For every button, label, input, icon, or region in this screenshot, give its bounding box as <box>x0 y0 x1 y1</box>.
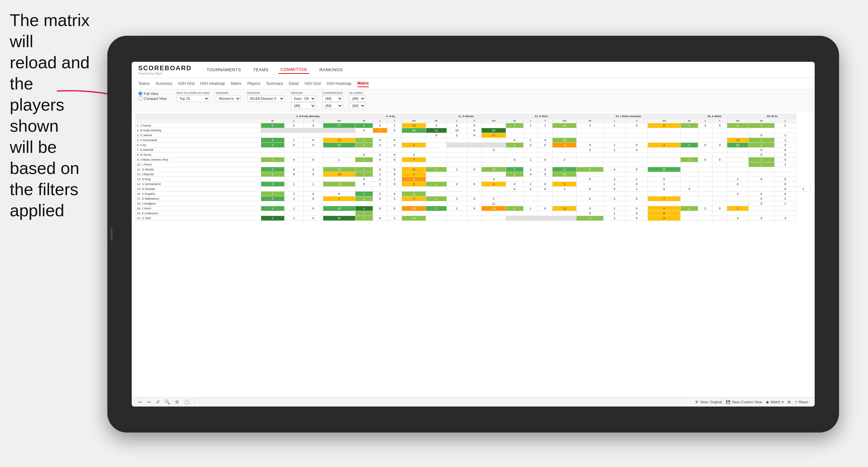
matrix-cell[interactable] <box>426 157 446 162</box>
matrix-cell[interactable] <box>553 162 577 167</box>
matrix-cell[interactable] <box>603 162 626 167</box>
matrix-cell[interactable] <box>467 138 482 143</box>
matrix-cell[interactable]: 0 <box>388 191 402 196</box>
matrix-cell[interactable]: 0 <box>304 143 323 148</box>
matrix-cell[interactable]: 0 <box>713 123 727 128</box>
matrix-cell[interactable] <box>680 148 698 153</box>
matrix-cell[interactable]: 0 <box>626 148 648 153</box>
matrix-cell[interactable] <box>446 162 467 167</box>
matrix-cell[interactable]: 1 <box>523 157 538 162</box>
matrix-cell[interactable] <box>304 153 323 157</box>
matrix-cell[interactable]: 1 <box>426 167 446 172</box>
matrix-cell[interactable]: 0 <box>388 153 402 157</box>
matrix-cell[interactable] <box>626 157 648 162</box>
matrix-cell[interactable] <box>323 211 355 216</box>
matrix-cell[interactable]: 17 <box>553 167 577 172</box>
matrix-cell[interactable]: 1 <box>796 187 811 191</box>
matrix-cell[interactable]: -12 <box>553 206 577 211</box>
matrix-cell[interactable]: 3 <box>355 123 373 128</box>
matrix-cell[interactable]: 0 <box>304 216 323 221</box>
matrix-cell[interactable]: 0 <box>304 191 323 196</box>
matrix-cell[interactable]: 1 <box>261 157 284 162</box>
matrix-cell[interactable]: 1 <box>506 123 523 128</box>
matrix-cell[interactable] <box>482 143 506 148</box>
matrix-cell[interactable] <box>727 172 749 177</box>
matrix-cell[interactable] <box>698 196 713 201</box>
matrix-cell[interactable] <box>446 201 467 206</box>
matrix-cell[interactable]: 0 <box>373 157 388 162</box>
matrix-cell[interactable] <box>626 138 648 143</box>
full-view-radio[interactable]: Full View <box>138 91 167 96</box>
matrix-cell[interactable]: 1 <box>284 123 303 128</box>
matrix-cell[interactable]: 10 <box>553 123 577 128</box>
matrix-cell[interactable] <box>698 148 713 153</box>
matrix-cell[interactable]: 50 <box>482 128 506 133</box>
matrix-cell[interactable]: 0 <box>388 143 402 148</box>
matrix-cell[interactable] <box>727 133 749 138</box>
matrix-cell[interactable] <box>482 211 506 216</box>
matrix-cell[interactable]: 0 <box>388 182 402 187</box>
matrix-cell[interactable]: 1 <box>603 211 626 216</box>
matrix-cell[interactable]: 0 <box>774 177 796 182</box>
matrix-cell[interactable] <box>698 216 713 221</box>
matrix-cell[interactable] <box>426 153 446 157</box>
matrix-cell[interactable]: 3 <box>774 216 796 221</box>
matrix-cell[interactable]: 0 <box>506 157 523 162</box>
matrix-cell[interactable]: 0 <box>388 167 402 172</box>
matrix-cell[interactable]: 1 <box>774 162 796 167</box>
matrix-cell[interactable] <box>304 177 323 182</box>
clock-icon[interactable]: 🕐 <box>184 399 190 405</box>
matrix-cell[interactable]: 0 <box>355 177 373 182</box>
matrix-cell[interactable] <box>355 162 373 167</box>
matrix-cell[interactable]: 11 <box>402 191 426 196</box>
matrix-cell[interactable] <box>523 153 538 157</box>
matrix-cell[interactable]: 0 <box>626 167 648 172</box>
matrix-cell[interactable]: 7 <box>648 196 680 201</box>
matrix-cell[interactable] <box>426 148 446 153</box>
matrix-cell[interactable]: 0 <box>467 128 482 133</box>
matrix-cell[interactable] <box>373 187 388 191</box>
matrix-cell[interactable]: 1 <box>388 177 402 182</box>
matrix-cell[interactable] <box>538 196 553 201</box>
matrix-cell[interactable] <box>577 133 603 138</box>
gender-select[interactable]: Women's Men's <box>216 95 241 102</box>
matrix-cell[interactable] <box>713 167 727 172</box>
nav-tournaments[interactable]: TOURNAMENTS <box>205 66 243 73</box>
matrix-cell[interactable]: 0 <box>577 148 603 153</box>
matrix-cell[interactable] <box>523 191 538 196</box>
matrix-cell[interactable]: 0 <box>506 138 523 143</box>
matrix-cell[interactable]: 0 <box>304 157 323 162</box>
matrix-cell[interactable] <box>538 191 553 196</box>
matrix-cell[interactable] <box>538 133 553 138</box>
matrix-cell[interactable] <box>577 157 603 162</box>
matrix-cell[interactable]: 2 <box>748 123 774 128</box>
matrix-cell[interactable]: 0 <box>774 187 796 191</box>
matrix-cell[interactable] <box>446 153 467 157</box>
matrix-cell[interactable] <box>648 201 680 206</box>
matrix-cell[interactable]: 1 <box>603 182 626 187</box>
matrix-cell[interactable]: 0 <box>626 196 648 201</box>
matrix-cell[interactable] <box>426 211 446 216</box>
matrix-cell[interactable] <box>373 133 388 138</box>
matrix-cell[interactable]: 1 <box>523 138 538 143</box>
matrix-cell[interactable]: 3 <box>774 143 796 148</box>
matrix-cell[interactable] <box>426 191 446 196</box>
matrix-cell[interactable]: 5 <box>402 182 426 187</box>
matrix-cell[interactable]: 1 <box>648 182 680 187</box>
matrix-cell[interactable] <box>553 216 577 221</box>
matrix-cell[interactable]: 0 <box>373 206 388 211</box>
full-view-input[interactable] <box>138 91 143 96</box>
matrix-cell[interactable] <box>482 153 506 157</box>
matrix-cell[interactable] <box>553 211 577 216</box>
matrix-cell[interactable]: 0 <box>577 211 603 216</box>
redo-icon[interactable]: ↪ <box>147 399 151 405</box>
watch-button[interactable]: ◉ Watch ▾ <box>766 400 784 404</box>
matrix-cell[interactable]: 1 <box>523 182 538 187</box>
matrix-cell[interactable] <box>680 182 698 187</box>
matrix-cell[interactable]: 3 <box>261 123 284 128</box>
matrix-cell[interactable]: 0 <box>304 196 323 201</box>
matrix-cell[interactable]: 7 <box>373 128 388 133</box>
matrix-cell[interactable]: -20 <box>402 206 426 211</box>
nav-rankings[interactable]: RANKINGS <box>317 66 345 73</box>
matrix-cell[interactable] <box>323 128 355 133</box>
